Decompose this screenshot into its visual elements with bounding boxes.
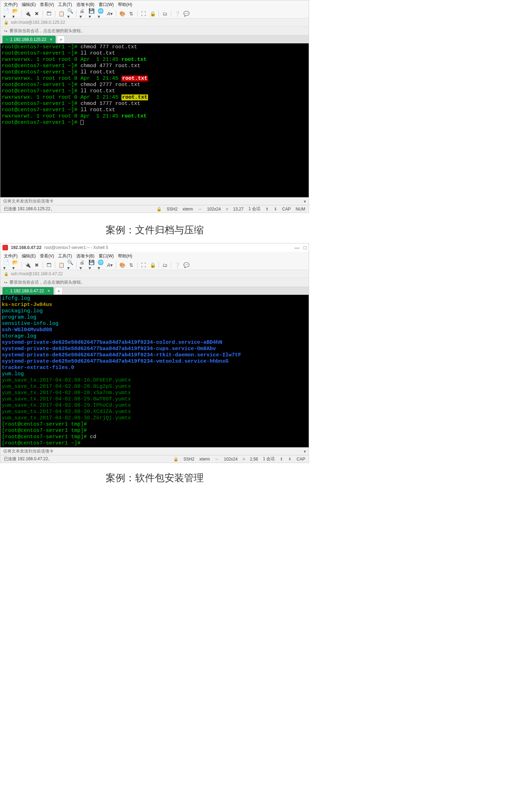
tab-add-button[interactable]: + [55, 287, 63, 295]
lock-icon[interactable]: 🔒 [149, 262, 156, 268]
title-rest: root@centos7-server1:~ - Xshell 5 [44, 245, 108, 250]
copy-icon[interactable]: 📋 [58, 10, 64, 17]
xftp-icon[interactable]: ⇅ [128, 262, 134, 268]
reconnect-icon[interactable]: 🔌 [24, 10, 31, 17]
chat-icon[interactable]: 💬 [183, 262, 189, 268]
font-icon[interactable]: A▾ [107, 10, 113, 17]
menu-tools[interactable]: 工具(T) [58, 2, 72, 8]
search-icon[interactable]: 🔍▾ [67, 262, 74, 268]
tab-strip: 1 192.168.0.125:22 × + [0, 36, 309, 43]
status-num: NUM [296, 207, 305, 212]
print-icon[interactable]: 🖨▾ [79, 10, 86, 17]
menu-edit[interactable]: 编辑(E) [22, 2, 36, 8]
status-sessions: 1 会话 [263, 456, 275, 462]
print-icon[interactable]: 🖨▾ [79, 262, 86, 268]
arrow-icon[interactable]: ↪ [4, 280, 7, 285]
send-input-bar[interactable]: 仅将文本发送到当前选项卡 ▾ [0, 447, 309, 455]
status-size: 102x24 [224, 457, 238, 462]
fullscreen-icon[interactable]: ⛶ [140, 262, 147, 268]
font-icon[interactable]: A▾ [107, 262, 113, 268]
terminal-output[interactable]: root@centos7-server1 ~]# chmod 777 root.… [0, 43, 309, 197]
title-bar: 192.168.0.47:22 root@centos7-server1:~ -… [0, 243, 309, 252]
tab-close-icon[interactable]: × [48, 289, 50, 293]
session-tab[interactable]: 1 192.168.0.125:22 × [2, 36, 56, 43]
globe-icon[interactable]: 🌐▾ [98, 10, 104, 17]
address-text: ssh://root@192.168.0.47:22 [11, 271, 63, 276]
tab-add-button[interactable]: + [57, 36, 65, 43]
open-icon[interactable]: 📂▾ [12, 262, 19, 268]
status-ssh: SSH2 [183, 457, 194, 462]
globe-icon[interactable]: 🌐▾ [98, 262, 104, 268]
resize-icon: ↔ [198, 207, 202, 212]
lock-small-icon: 🔒 [4, 20, 9, 25]
menu-bar: 文件(F) 编辑(E) 查看(V) 工具(T) 选项卡(B) 窗口(W) 帮助(… [0, 252, 309, 261]
input-dropdown-icon[interactable]: ▾ [304, 449, 306, 454]
help-icon[interactable]: ❔ [174, 10, 180, 17]
copy-icon[interactable]: 📋 [58, 262, 64, 268]
search-icon[interactable]: 🔍▾ [67, 10, 74, 17]
menu-bar: 文件(F) 编辑(E) 查看(V) 工具(T) 选项卡(B) 窗口(W) 帮助(… [0, 0, 309, 9]
save-icon[interactable]: 💾▾ [89, 10, 95, 17]
address-bar[interactable]: 🔒 ssh://root@192.168.0.125:22 [0, 19, 309, 27]
send-input-bar[interactable]: 仅将文本发送到当前选项卡 ▾ [0, 197, 309, 205]
menu-tab[interactable]: 选项卡(B) [76, 2, 94, 8]
session-tab[interactable]: 1 192.168.0.47:22 × [2, 287, 54, 295]
fullscreen-icon[interactable]: ⛶ [140, 10, 147, 17]
caption-1: 案例：文件归档与压缩 [0, 213, 309, 243]
lock-small-icon: 🔒 [4, 272, 9, 276]
status-lock-icon: 🔒 [156, 207, 162, 212]
menu-tab[interactable]: 选项卡(B) [76, 253, 94, 259]
xshell-window-2: 192.168.0.47:22 root@centos7-server1:~ -… [0, 243, 309, 463]
menu-help[interactable]: 帮助(H) [118, 253, 132, 259]
status-ssh: SSH2 [167, 207, 177, 212]
open-icon[interactable]: 📂▾ [12, 10, 19, 17]
address-bar[interactable]: 🔒 ssh://root@192.168.0.47:22 [0, 270, 309, 278]
help-icon[interactable]: ❔ [174, 262, 180, 268]
up-icon: ⬆ [265, 207, 269, 212]
properties-icon[interactable]: 🗔 [46, 10, 52, 17]
menu-window[interactable]: 窗口(W) [99, 253, 114, 259]
menu-file[interactable]: 文件(F) [4, 253, 18, 259]
status-size: 102x24 [207, 207, 221, 212]
tab-strip: 1 192.168.0.47:22 × + [0, 287, 309, 295]
menu-view[interactable]: 查看(V) [40, 2, 54, 8]
tab-close-icon[interactable]: × [50, 37, 52, 42]
reconnect-icon[interactable]: 🔌 [24, 262, 31, 268]
menu-file[interactable]: 文件(F) [4, 2, 18, 8]
sessions-icon[interactable]: 🗂 [162, 10, 168, 17]
cursor-icon: ≡ [226, 207, 228, 212]
new-session-icon[interactable]: 📄▾ [3, 10, 9, 17]
status-lock-icon: 🔒 [173, 457, 178, 462]
menu-edit[interactable]: 编辑(E) [22, 253, 36, 259]
status-dot-icon [6, 38, 8, 41]
xftp-icon[interactable]: ⇅ [128, 10, 134, 17]
menu-window[interactable]: 窗口(W) [99, 2, 114, 8]
menu-tools[interactable]: 工具(T) [58, 253, 72, 259]
up-icon: ⬆ [280, 457, 283, 462]
status-cursor: 2,56 [250, 457, 258, 462]
disconnect-icon[interactable]: ✖ [34, 262, 40, 268]
menu-help[interactable]: 帮助(H) [118, 2, 132, 8]
sessions-icon[interactable]: 🗂 [162, 262, 168, 268]
lock-icon[interactable]: 🔒 [149, 10, 156, 17]
title-host: 192.168.0.47:22 [11, 245, 41, 250]
status-term: xterm [200, 457, 210, 462]
palette-icon[interactable]: 🎨 [119, 262, 125, 268]
hint-text: 要添加当前会话，点击左侧的箭头按钮。 [9, 28, 85, 34]
status-cap: CAP [282, 207, 291, 212]
status-term: xterm [183, 207, 193, 212]
disconnect-icon[interactable]: ✖ [34, 10, 40, 17]
input-dropdown-icon[interactable]: ▾ [304, 199, 306, 204]
minimize-button[interactable]: — [295, 245, 300, 250]
terminal-output[interactable]: ifcfg.logks-script-Jw84uspackaging.logpr… [0, 295, 309, 447]
save-icon[interactable]: 💾▾ [89, 262, 95, 268]
arrow-icon[interactable]: ↪ [4, 29, 7, 34]
new-session-icon[interactable]: 📄▾ [3, 262, 9, 268]
maximize-button[interactable]: □ [304, 245, 307, 250]
properties-icon[interactable]: 🗔 [46, 262, 52, 268]
palette-icon[interactable]: 🎨 [119, 10, 125, 17]
status-bar: 已连接 192.168.0.47:22。 🔒 SSH2 xterm ↔ 102x… [0, 455, 309, 463]
input-hint: 仅将文本发送到当前选项卡 [3, 198, 54, 204]
chat-icon[interactable]: 💬 [183, 10, 189, 17]
menu-view[interactable]: 查看(V) [40, 253, 54, 259]
